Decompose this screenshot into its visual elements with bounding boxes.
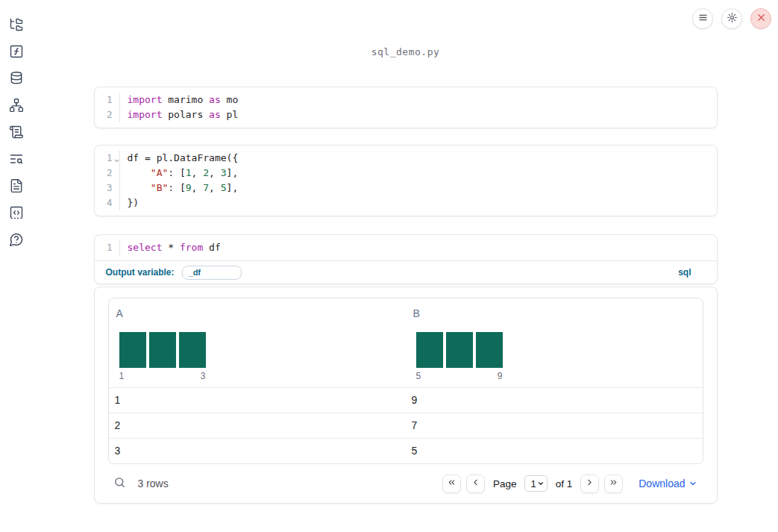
page-label: Page (493, 478, 517, 489)
table-row[interactable]: 19 (109, 388, 703, 413)
data-table: A13B59 192735 (108, 298, 703, 464)
chevrons-left-icon (447, 478, 457, 489)
code-line: df = pl.DataFrame({ (128, 151, 717, 166)
histogram-bar (416, 332, 443, 368)
sidebar-item-variables[interactable] (9, 44, 24, 59)
chevron-left-icon (471, 478, 480, 489)
code-editor[interactable]: 12import marimo as moimport polars as pl (95, 87, 717, 128)
code-editor[interactable]: 1234df = pl.DataFrame({ "A": [1, 2, 3], … (95, 145, 717, 216)
download-button[interactable]: Download (639, 478, 697, 490)
histogram-min-label: 1 (119, 371, 125, 381)
table-row[interactable]: 35 (109, 438, 703, 463)
shutdown-button[interactable] (750, 8, 771, 29)
page-select[interactable]: 1 (524, 475, 547, 492)
table-header-row: A13B59 (109, 298, 703, 388)
code-cell-dataframe[interactable]: 1234df = pl.DataFrame({ "A": [1, 2, 3], … (94, 145, 718, 216)
sidebar-item-dependency-graph[interactable] (9, 98, 24, 113)
column-header[interactable]: B59 (406, 298, 703, 387)
histogram-min-label: 5 (416, 371, 421, 381)
function-square-icon (9, 44, 24, 59)
sidebar-item-snippets[interactable] (9, 205, 24, 220)
sidebar-item-data-sources[interactable] (9, 71, 24, 86)
histogram-bar (119, 332, 146, 368)
sidebar-item-file-explorer[interactable] (9, 17, 24, 32)
table-cell: 5 (406, 439, 703, 463)
histogram-bar (476, 332, 503, 368)
hamburger-icon (697, 12, 709, 25)
gear-icon (727, 12, 738, 25)
table-row[interactable]: 27 (109, 413, 703, 438)
sidebar-item-help[interactable] (9, 232, 24, 247)
column-name: B (413, 307, 697, 319)
text-search-icon (9, 151, 24, 166)
download-label: Download (639, 478, 685, 489)
line-number-gutter: 1234 (95, 151, 120, 210)
notebook-area: sql_demo.py 12import marimo as moimport … (33, 0, 778, 504)
code-line: }) (128, 195, 717, 210)
column-name: A (116, 307, 400, 319)
line-number: 4 (95, 195, 119, 210)
code-square-icon (9, 205, 24, 220)
sidebar-item-logs[interactable] (9, 151, 24, 166)
first-page-button[interactable] (442, 475, 461, 493)
chevron-down-icon (688, 478, 697, 490)
line-number: 2 (95, 107, 119, 122)
settings-button[interactable] (721, 8, 742, 29)
table-cell: 2 (109, 413, 406, 438)
search-icon[interactable] (113, 476, 126, 492)
histogram-range: 59 (416, 371, 503, 381)
line-number: 1 (95, 93, 119, 107)
line-number-gutter: 12 (95, 93, 120, 122)
histogram-bar (149, 332, 176, 368)
line-number: 2 (95, 166, 119, 181)
code-line: import polars as pl (128, 107, 717, 122)
sql-cell-footer: Output variable: sql (95, 260, 717, 284)
help-circle-icon (9, 232, 24, 247)
table-cell: 7 (406, 413, 703, 438)
output-variable-input[interactable] (182, 266, 242, 280)
output-variable-label: Output variable: (106, 267, 175, 278)
sql-language-badge: sql (678, 267, 691, 278)
sidebar (0, 0, 33, 247)
column-histogram[interactable] (416, 332, 697, 368)
histogram-range: 13 (119, 371, 206, 381)
histogram-max-label: 9 (498, 371, 503, 381)
sidebar-item-documentation[interactable] (9, 178, 24, 193)
code-line: "B": [9, 7, 5], (128, 181, 717, 195)
sidebar-item-scratchpad[interactable] (9, 125, 24, 140)
sql-output-card: A13B59 192735 3 rows Page 1 (94, 287, 718, 504)
menu-button[interactable] (692, 8, 713, 29)
code-line: "A": [1, 2, 3], (128, 166, 717, 181)
line-number: 3 (95, 181, 119, 195)
network-icon (9, 98, 24, 113)
file-text-icon (9, 178, 24, 193)
notebook-filename: sql_demo.py (33, 46, 778, 57)
line-number-gutter: 1 (95, 240, 120, 255)
code-line: select * from df (128, 240, 717, 255)
table-cell: 1 (109, 388, 406, 413)
next-page-button[interactable] (580, 475, 599, 493)
code-cell-imports[interactable]: 12import marimo as moimport polars as pl (94, 87, 718, 128)
histogram-bar (446, 332, 473, 368)
table-footer: 3 rows Page 1 of 1 (95, 464, 717, 503)
table-cell: 9 (406, 388, 703, 413)
column-header[interactable]: A13 (109, 298, 406, 387)
line-number: 1 (95, 151, 119, 166)
database-icon (9, 71, 24, 86)
chevrons-right-icon (609, 478, 618, 489)
last-page-button[interactable] (604, 475, 623, 493)
page-total-label: of 1 (556, 478, 573, 489)
histogram-max-label: 3 (201, 371, 206, 381)
folder-tree-icon (9, 17, 24, 32)
code-line: import marimo as mo (128, 93, 717, 107)
code-editor[interactable]: 1select * from df (95, 235, 717, 260)
line-number: 1 (95, 240, 119, 255)
topbar (692, 8, 771, 29)
table-cell: 3 (109, 439, 406, 463)
prev-page-button[interactable] (466, 475, 485, 493)
table-body: 192735 (109, 388, 703, 463)
sql-cell[interactable]: 1select * from df Output variable: sql (94, 234, 718, 284)
chevron-down-icon (537, 478, 545, 489)
column-histogram[interactable] (119, 332, 400, 368)
chevron-right-icon (585, 478, 595, 489)
